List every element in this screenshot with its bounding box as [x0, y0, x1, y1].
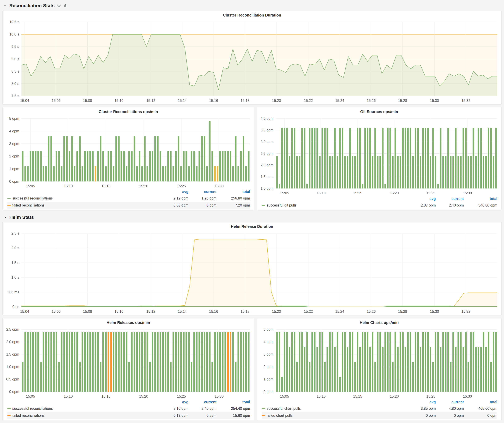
svg-text:15:16: 15:16	[209, 99, 218, 103]
gear-icon[interactable]	[57, 4, 61, 8]
legend-col-avg[interactable]: avg	[408, 400, 436, 404]
legend: avg current total successful reconciliat…	[3, 189, 254, 209]
legend-col-current[interactable]: current	[436, 400, 464, 404]
svg-text:15:05: 15:05	[280, 394, 289, 398]
legend: avg current total successful reconciliat…	[3, 399, 254, 419]
section-header-reconciliation-stats[interactable]: Reconciliation Stats	[2, 1, 502, 10]
series-marker	[7, 198, 11, 199]
legend-header: avg current total	[262, 196, 497, 202]
cluster-reconciliations-chart[interactable]: 0 opm1 opm2 opm3 opm4 opm5 opm15:0515:10…	[3, 116, 254, 189]
series-marker	[262, 415, 265, 416]
svg-text:1.5 s: 1.5 s	[11, 261, 19, 265]
panel-title[interactable]: Helm Charts ops/min	[257, 318, 501, 327]
cluster-reconciliation-duration-chart[interactable]: 7.5 s8.0 s8.5 s9.0 s9.5 s10.0 s10.5 s15:…	[3, 19, 501, 103]
legend-col-current[interactable]: current	[436, 197, 464, 201]
svg-text:15:20: 15:20	[390, 191, 399, 195]
svg-text:2.0 s: 2.0 s	[11, 246, 19, 250]
series-marker	[7, 205, 11, 206]
svg-text:15:30: 15:30	[215, 184, 224, 188]
svg-text:5 opm: 5 opm	[264, 327, 274, 331]
legend-total-value: 15.60 opm	[216, 413, 250, 418]
svg-text:0 opm: 0 opm	[9, 179, 19, 183]
svg-text:10.5 s: 10.5 s	[9, 20, 19, 24]
legend-col-avg[interactable]: avg	[408, 197, 436, 201]
panel-title[interactable]: Git Sources ops/min	[257, 107, 501, 116]
svg-text:15:30: 15:30	[215, 394, 224, 398]
svg-text:15:24: 15:24	[335, 310, 344, 313]
legend-col-current[interactable]: current	[188, 400, 216, 404]
svg-text:3.0 opm: 3.0 opm	[261, 140, 274, 144]
svg-text:1.5 opm: 1.5 opm	[261, 175, 274, 179]
svg-text:15:30: 15:30	[463, 394, 472, 398]
svg-text:0.5 opm: 0.5 opm	[6, 377, 19, 381]
svg-text:500 ms: 500 ms	[7, 290, 19, 294]
helm-releases-chart[interactable]: 0 opm0.5 opm1.0 opm1.5 opm2.0 opm2.5 opm…	[3, 327, 254, 399]
legend-row-successful-reconciliations[interactable]: successful reconciliations 2.10 opm 2.40…	[7, 405, 250, 412]
svg-text:15:20: 15:20	[272, 99, 281, 103]
legend-current-value: 1.20 opm	[188, 196, 216, 200]
helm-charts-chart[interactable]: 0 opm1 opm2 opm3 opm4 opm5 opm15:0515:10…	[257, 327, 501, 399]
svg-text:15:04: 15:04	[20, 99, 29, 103]
svg-text:15:20: 15:20	[139, 394, 148, 398]
legend-series-label[interactable]: failed chart pulls	[267, 413, 293, 418]
section-title[interactable]: Reconciliation Stats	[9, 3, 55, 8]
series-marker	[262, 205, 265, 206]
legend-col-total[interactable]: total	[216, 190, 250, 194]
legend-row-successful-chart-pulls[interactable]: successful chart pulls 3.85 opm 4.80 opm…	[262, 405, 497, 412]
legend-series-label[interactable]: failed reconciliations	[12, 203, 45, 207]
legend-avg-value: 2.10 opm	[160, 406, 188, 411]
svg-text:15:15: 15:15	[102, 184, 110, 188]
chevron-down-icon[interactable]	[3, 4, 7, 7]
svg-text:3 opm: 3 opm	[264, 352, 274, 356]
legend-row-failed-chart-pulls[interactable]: failed chart pulls 0 opm 0 opm 0 opm	[262, 412, 497, 419]
legend-series-label[interactable]: successful git pulls	[267, 203, 297, 207]
panel-title[interactable]: Helm Release Duration	[3, 222, 501, 231]
panel-helm-release-duration: Helm Release Duration 0 ns500 ms1.0 s1.5…	[2, 222, 502, 315]
legend-col-avg[interactable]: avg	[160, 400, 188, 404]
legend-total-value: 465.60 opm	[464, 406, 497, 411]
legend-current-value: 2.40 opm	[436, 203, 464, 207]
svg-text:15:32: 15:32	[462, 310, 470, 313]
legend-avg-value: 2.12 opm	[160, 196, 188, 200]
legend-avg-value: 0.13 opm	[160, 413, 188, 418]
panel-title[interactable]: Cluster Reconciliation Duration	[3, 11, 501, 19]
svg-text:15:25: 15:25	[426, 394, 435, 398]
legend-series-label[interactable]: successful chart pulls	[267, 406, 301, 411]
legend-col-total[interactable]: total	[464, 197, 497, 201]
legend-row-failed-reconciliations[interactable]: failed reconciliations 0.06 opm 0 opm 7.…	[7, 202, 250, 209]
legend-row-failed-reconciliations[interactable]: failed reconciliations 0.13 opm 0 opm 15…	[7, 412, 250, 419]
git-sources-chart[interactable]: 1.0 opm1.5 opm2.0 opm2.5 opm3.0 opm3.5 o…	[257, 116, 501, 196]
legend-total-value: 0 opm	[464, 413, 497, 418]
legend-total-value: 256.80 opm	[216, 196, 250, 200]
legend-series-label[interactable]: successful reconciliations	[12, 196, 53, 200]
trash-icon[interactable]	[63, 4, 67, 8]
panel-title[interactable]: Helm Releases ops/min	[3, 318, 254, 327]
legend-col-total[interactable]: total	[464, 400, 497, 404]
legend-row-successful-reconciliations[interactable]: successful reconciliations 2.12 opm 1.20…	[7, 195, 250, 202]
legend-col-avg[interactable]: avg	[160, 190, 188, 194]
helm-release-duration-chart[interactable]: 0 ns500 ms1.0 s1.5 s2.0 s2.5 s15:0415:06…	[3, 231, 501, 314]
svg-text:4 opm: 4 opm	[9, 129, 19, 133]
chevron-down-icon[interactable]	[3, 215, 7, 219]
svg-text:15:15: 15:15	[353, 191, 362, 195]
section-title[interactable]: Helm Stats	[9, 215, 34, 220]
panel-helm-releases-opm: Helm Releases ops/min 0 opm0.5 opm1.0 op…	[2, 318, 254, 420]
legend-col-current[interactable]: current	[188, 190, 216, 194]
section-header-helm-stats[interactable]: Helm Stats	[2, 213, 502, 222]
svg-text:8.5 s: 8.5 s	[11, 69, 19, 73]
panel-title[interactable]: Cluster Reconciliations ops/min	[3, 107, 254, 116]
legend-col-total[interactable]: total	[216, 400, 250, 404]
legend-current-value: 0 opm	[436, 413, 464, 418]
svg-text:3.5 opm: 3.5 opm	[261, 128, 274, 132]
svg-text:1.5 opm: 1.5 opm	[6, 352, 19, 356]
svg-text:15:14: 15:14	[178, 310, 187, 313]
legend-series-label[interactable]: successful reconciliations	[12, 406, 53, 411]
svg-text:4.0 opm: 4.0 opm	[261, 117, 274, 121]
svg-text:2.0 opm: 2.0 opm	[6, 340, 19, 344]
svg-text:15:22: 15:22	[304, 310, 313, 313]
svg-text:4 opm: 4 opm	[264, 340, 274, 344]
svg-text:1.0 s: 1.0 s	[11, 275, 19, 279]
legend-row-successful-git-pulls[interactable]: successful git pulls 2.87 opm 2.40 opm 3…	[262, 202, 497, 209]
series-marker	[262, 408, 265, 409]
legend-series-label[interactable]: failed reconciliations	[12, 413, 45, 418]
